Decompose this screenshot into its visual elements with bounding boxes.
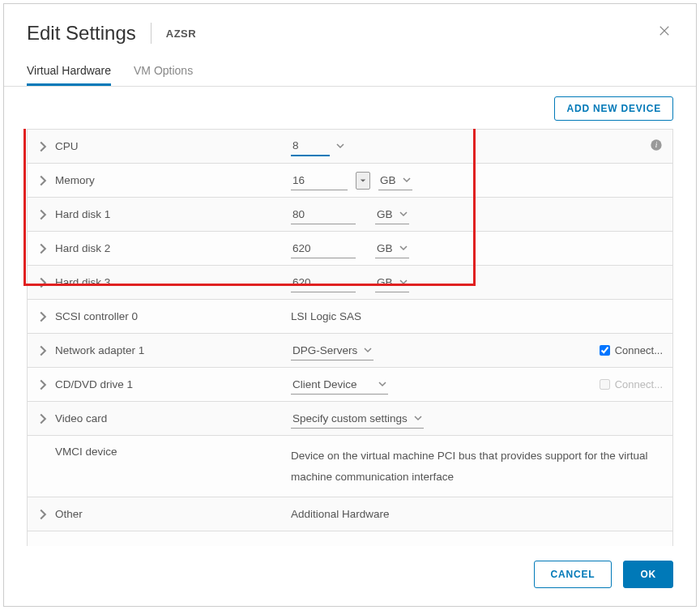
net-label: Network adapter 1 [55,344,144,356]
svg-text:i: i [655,141,658,149]
chevron-right-icon[interactable] [37,209,49,220]
chevron-right-icon[interactable] [37,243,49,254]
chevron-right-icon[interactable] [37,413,49,424]
cd-connect-input [600,379,610,390]
title-divider [151,23,152,44]
net-select[interactable]: DPG-Servers [291,341,373,360]
edit-settings-dialog: Edit Settings AZSR Virtual Hardware VM O… [3,3,697,607]
vmci-value: Device on the virtual machine PCI bus th… [291,442,663,490]
chevron-right-icon[interactable] [37,277,49,288]
chevron-right-icon[interactable] [37,379,49,390]
chevron-right-icon[interactable] [37,311,49,322]
net-connect-input[interactable] [600,345,610,356]
row-scsi-controller: SCSI controller 0 LSI Logic SAS [28,300,672,334]
row-cpu: CPU i [28,130,672,164]
row-other: Other Additional Hardware [28,497,672,531]
memory-stepper[interactable] [356,172,370,190]
hd2-input[interactable] [291,239,356,258]
hd3-unit-select[interactable]: GB [375,273,409,292]
video-label: Video card [55,412,107,424]
tab-vm-options[interactable]: VM Options [134,56,193,86]
memory-label: Memory [55,174,95,186]
scsi-value: LSI Logic SAS [291,310,361,322]
row-network-adapter: Network adapter 1 DPG-Servers Connect... [28,334,672,368]
chevron-down-icon [378,378,386,390]
other-value: Additional Hardware [291,508,390,520]
hd3-input[interactable] [291,273,356,292]
row-video-card: Video card Specify custom settings [28,402,672,436]
chevron-right-icon[interactable] [37,175,49,186]
row-hard-disk-2: Hard disk 2 GB [28,232,672,266]
hd2-label: Hard disk 2 [55,242,110,254]
cd-select[interactable]: Client Device [291,375,388,395]
chevron-right-icon[interactable] [37,509,49,520]
tab-virtual-hardware[interactable]: Virtual Hardware [27,56,111,86]
add-new-device-button[interactable]: ADD NEW DEVICE [554,96,673,121]
other-label: Other [55,508,83,520]
settings-table: CPU i Memory [27,129,673,531]
vm-name: AZSR [166,28,196,40]
cd-label: CD/DVD drive 1 [55,378,133,390]
hd1-unit-select[interactable]: GB [375,205,409,224]
chevron-down-icon [399,242,408,254]
cpu-input[interactable] [291,136,330,156]
toolbar: ADD NEW DEVICE [4,87,696,129]
chevron-down-icon [399,208,408,220]
info-icon[interactable]: i [650,139,663,154]
row-hard-disk-3: Hard disk 3 GB [28,266,672,300]
hd3-label: Hard disk 3 [55,276,110,288]
row-cd-dvd: CD/DVD drive 1 Client Device Connect... [28,368,672,402]
chevron-down-icon [364,344,372,356]
memory-input[interactable] [291,171,348,190]
memory-unit-select[interactable]: GB [378,171,412,190]
dialog-footer: CANCEL OK [4,546,696,606]
ok-button[interactable]: OK [623,561,673,588]
content-area: CPU i Memory [4,129,696,546]
dialog-title: Edit Settings [27,22,136,45]
chevron-down-icon[interactable] [336,140,344,152]
net-connect-checkbox[interactable]: Connect... [600,344,663,356]
table-footer-spacer [27,531,673,546]
cpu-label: CPU [55,140,79,152]
row-hard-disk-1: Hard disk 1 GB [28,198,672,232]
hd2-unit-select[interactable]: GB [375,239,409,258]
vmci-label: VMCI device [55,446,117,458]
dialog-header: Edit Settings AZSR [4,4,696,56]
chevron-right-icon[interactable] [37,345,49,356]
hd1-label: Hard disk 1 [55,208,110,220]
chevron-down-icon [403,174,411,186]
row-memory: Memory GB [28,164,672,198]
chevron-down-icon [414,412,422,424]
scsi-label: SCSI controller 0 [55,310,138,322]
row-vmci: VMCI device Device on the virtual machin… [28,436,672,497]
cd-connect-checkbox: Connect... [600,378,663,390]
hd1-input[interactable] [291,205,356,224]
close-icon[interactable] [657,23,673,40]
cancel-button[interactable]: CANCEL [534,561,612,588]
chevron-down-icon [399,276,408,288]
tabs: Virtual Hardware VM Options [4,56,696,87]
video-select[interactable]: Specify custom settings [291,409,424,429]
chevron-right-icon[interactable] [37,141,49,152]
